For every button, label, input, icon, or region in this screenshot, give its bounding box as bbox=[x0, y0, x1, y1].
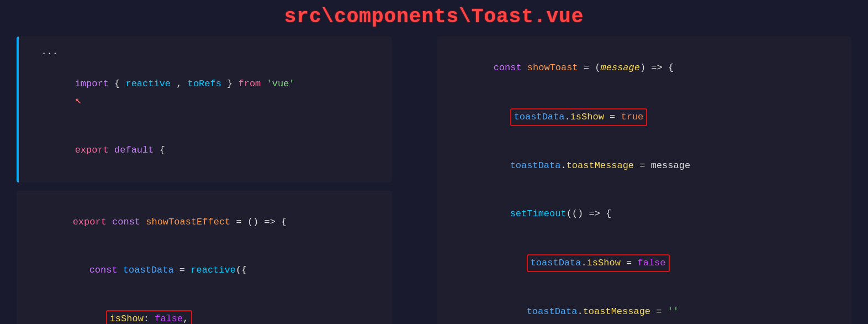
code-line-toastmessage-empty: toastData.toastMessage = '' bbox=[448, 288, 840, 324]
show-toast-block: const showToast = (message) => { toastDa… bbox=[437, 36, 851, 324]
page-title: src\components\Toast.vue bbox=[0, 0, 868, 36]
code-line-export-default: export default { bbox=[30, 127, 381, 175]
code-line-import: import { reactive , toRefs } from 'vue' … bbox=[30, 60, 381, 127]
show-toast-effect-block: export const showToastEffect = () => { c… bbox=[17, 191, 392, 324]
code-line-ellipsis: ... bbox=[30, 44, 381, 60]
left-column: ... import { reactive , toRefs } from 'v… bbox=[17, 36, 392, 324]
import-block: ... import { reactive , toRefs } from 'v… bbox=[17, 36, 392, 182]
code-line-showtoast-decl: const showToast = (message) => { bbox=[448, 44, 840, 92]
code-line-isshow-true: toastData.isShow = true bbox=[448, 92, 840, 143]
main-layout: ... import { reactive , toRefs } from 'v… bbox=[0, 36, 868, 324]
code-line-isshow-false: toastData.isShow = false bbox=[448, 238, 840, 289]
code-line-export-const: export const showToastEffect = () => { bbox=[28, 198, 381, 247]
right-column: const showToast = (message) => { toastDa… bbox=[437, 36, 851, 324]
code-line-toastdata-decl: const toastData = reactive({ bbox=[28, 247, 381, 295]
code-line-toastmessage-set: toastData.toastMessage = message bbox=[448, 142, 840, 190]
code-line-isshow: isShow: false, bbox=[28, 295, 381, 324]
code-line-settimeout: setTimeout(() => { bbox=[448, 190, 840, 238]
